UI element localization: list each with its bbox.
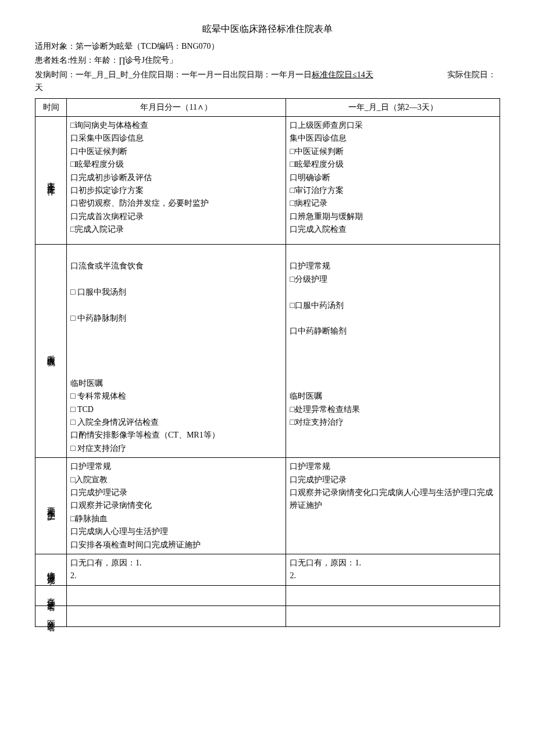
row-main-work-col2: 口上级医师查房口采 集中医四诊信息 □中医证候判断 □眩晕程度分级 口明确诊断 … [286, 116, 500, 244]
row-main-work-label: 主要诊疗工作 [35, 116, 67, 244]
row-doctor-sign: 医师签名 [35, 606, 500, 626]
row-nurse-sign-col1[interactable] [67, 585, 286, 605]
header-line-1: 适用对象：第一诊断为眩晕（TCD编码：BNG070） [35, 40, 500, 53]
col2-header: 一年_月_日（第2—3天） [286, 98, 500, 116]
header-line-2: 患者姓名:性别：年龄：∏诊号J住院号」 [35, 54, 500, 67]
row-main-work-col1: □询问病史与体格检查 口采集中医四诊信息 口中医证候判断 □眩晕程度分级 口完成… [67, 116, 286, 244]
col-time-label: 时间 [35, 98, 67, 116]
page-title: 眩晕中医临床路径标准住院表单 [35, 23, 500, 35]
row-nursing-col1: 口护理常规 □入院宣教 口完成护理记录 口观察并记录病情变化 □静脉抽血 口完成… [67, 458, 286, 554]
row-nurse-sign-label: 责任护士签名 [35, 585, 67, 605]
row-nurse-sign-col2[interactable] [286, 585, 500, 605]
row-orders-col2: 口护理常规 □分级护理 □口服中药汤剂 口中药静断输剂 临时医嘱 □处理异常检查… [286, 244, 500, 457]
row-variance-col2: 口无口有，原因：1. 2. [286, 554, 500, 585]
row-variance: 病情变异记录 口无口有，原因：1. 2. 口无口有，原因：1. 2. [35, 554, 500, 585]
row-doctor-sign-col2[interactable] [286, 606, 500, 626]
col1-header: 年月日分一（11∧） [67, 98, 286, 116]
row-nurse-sign: 责任护士签名 [35, 585, 500, 605]
row-orders: 重点医嘱 口流食或半流食饮食 □ 口服中我汤剂 □ 中药静脉制剂 临时医嘱 □ … [35, 244, 500, 457]
row-variance-col1: 口无口有，原因：1. 2. [67, 554, 286, 585]
table-header-row: 时间 年月日分一（11∧） 一年_月_日（第2—3天） [35, 98, 500, 116]
pathway-table: 时间 年月日分一（11∧） 一年_月_日（第2—3天） 主要诊疗工作 □询问病史… [35, 98, 500, 627]
header-line-3: 发病时间：一年_月_日_时_分住院日期：一年一月一日出院日期：一年月一日标准住院… [35, 69, 500, 95]
row-doctor-sign-col1[interactable] [67, 606, 286, 626]
row-orders-label: 重点医嘱 [35, 244, 67, 457]
row-main-work: 主要诊疗工作 □询问病史与体格检查 口采集中医四诊信息 口中医证候判断 □眩晕程… [35, 116, 500, 244]
row-variance-label: 病情变异记录 [35, 554, 67, 585]
row-nursing-label: 要理作主护工 [35, 458, 67, 554]
std-stay-label: 标准住院日≤14天 [312, 70, 373, 79]
row-doctor-sign-label: 医师签名 [35, 606, 67, 626]
row-nursing: 要理作主护工 口护理常规 □入院宣教 口完成护理记录 口观察并记录病情变化 □静… [35, 458, 500, 554]
row-orders-col1: 口流食或半流食饮食 □ 口服中我汤剂 □ 中药静脉制剂 临时医嘱 □ 专科常规体… [67, 244, 286, 457]
onset-admit-discharge: 发病时间：一年_月_日_时_分住院日期：一年一月一日出院日期：一年月一日 [35, 70, 312, 79]
row-nursing-col2: 口护理常规 口完成护理记录 口观察并记录病情变化口完成病人心理与生活护理口完成辨… [286, 458, 500, 554]
